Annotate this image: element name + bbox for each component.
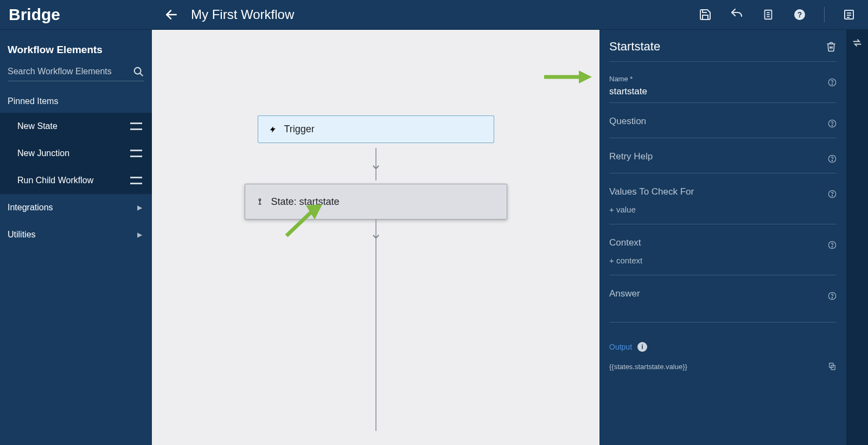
svg-point-22: [832, 84, 832, 85]
sidebar: Workflow Elements Pinned Items New State…: [0, 30, 152, 445]
help-circle-icon: [828, 119, 837, 128]
search-icon: [132, 66, 144, 78]
undo-icon: [730, 8, 743, 21]
add-value-button[interactable]: + value: [609, 203, 636, 218]
logo-cell: Bridge: [0, 0, 152, 29]
field-label: Context: [609, 237, 837, 248]
arrow-left-icon: [164, 8, 178, 22]
field-label: Question: [609, 116, 837, 127]
state-label: State: startstate: [271, 196, 340, 208]
state-node[interactable]: State: startstate: [245, 184, 507, 220]
field-values: Values To Check For + value: [609, 186, 837, 224]
workflow-title: My First Workflow: [191, 7, 294, 22]
pinned-label: New Junction: [17, 149, 69, 158]
clipboard-icon: [762, 8, 774, 21]
pinned-item-new-state[interactable]: New State: [0, 113, 152, 140]
caret-right-icon: ▶: [137, 204, 142, 211]
copy-button[interactable]: [828, 362, 837, 371]
output-label: Output: [609, 343, 632, 351]
bolt-icon: [269, 125, 277, 134]
trigger-label: Trigger: [284, 124, 315, 135]
pinned-item-run-child-workflow[interactable]: Run Child Workflow: [0, 167, 152, 194]
svg-point-13: [259, 199, 261, 201]
field-help-button[interactable]: [828, 241, 837, 249]
drag-handle-icon[interactable]: [130, 122, 142, 130]
nav-item-integrations[interactable]: Integrations ▶: [0, 194, 152, 221]
trash-icon: [826, 41, 837, 53]
details-panel: Startstate Name * Question Retry Help: [599, 30, 846, 445]
svg-point-32: [832, 298, 832, 298]
help-circle-icon: [828, 292, 837, 300]
search-input[interactable]: [8, 67, 128, 76]
output-expression-row: {{states.startstate.value}}: [609, 362, 837, 371]
nav-item-utilities[interactable]: Utilities ▶: [0, 221, 152, 248]
help-icon: ?: [793, 8, 806, 21]
nav-label: Integrations: [8, 203, 53, 212]
field-answer[interactable]: Answer: [609, 288, 837, 323]
field-help-button[interactable]: [828, 292, 837, 300]
help-circle-icon: [828, 241, 837, 249]
back-button[interactable]: [162, 5, 181, 24]
pinned-heading: Pinned Items: [0, 91, 152, 113]
save-icon: [699, 8, 712, 21]
help-button[interactable]: ?: [793, 8, 807, 22]
swap-icon: [852, 37, 863, 48]
svg-point-28: [832, 196, 832, 196]
save-button[interactable]: [698, 8, 712, 22]
field-context: Context + context: [609, 237, 837, 275]
search-box[interactable]: [8, 66, 144, 81]
annotation-arrow: [543, 69, 592, 85]
help-circle-icon: [828, 154, 837, 163]
svg-marker-17: [579, 70, 592, 83]
copy-icon: [828, 362, 837, 371]
delete-button[interactable]: [826, 41, 837, 53]
output-info-button[interactable]: i: [637, 342, 647, 352]
output-expression: {{states.startstate.value}}: [609, 363, 687, 371]
svg-point-24: [832, 125, 832, 126]
log-button[interactable]: [761, 8, 775, 22]
caret-right-icon: ▶: [137, 231, 142, 238]
field-help-button[interactable]: [828, 78, 837, 87]
arrow-down-icon: [371, 231, 381, 241]
undo-button[interactable]: [730, 8, 744, 22]
topbar: Bridge My First Workflow ?: [0, 0, 868, 30]
swap-button[interactable]: [852, 37, 863, 48]
svg-point-26: [832, 160, 832, 161]
field-label: Answer: [609, 288, 837, 299]
field-label: Retry Help: [609, 151, 837, 162]
trigger-node[interactable]: Trigger: [258, 115, 494, 143]
connector: [375, 220, 376, 431]
field-question[interactable]: Question: [609, 116, 837, 138]
field-help-button[interactable]: [828, 190, 837, 198]
output-row: Output i: [609, 342, 837, 352]
field-help-button[interactable]: [828, 119, 837, 128]
field-name: Name *: [609, 75, 837, 103]
toolbar-right: ?: [698, 7, 868, 22]
right-strip: [846, 30, 868, 445]
arrow-down-icon: [371, 162, 381, 172]
pinned-item-new-junction[interactable]: New Junction: [0, 140, 152, 167]
svg-point-11: [135, 68, 141, 74]
drag-handle-icon[interactable]: [130, 150, 142, 157]
help-circle-icon: [828, 78, 837, 87]
help-circle-icon: [828, 190, 837, 198]
sidebar-heading: Workflow Elements: [0, 34, 152, 66]
drag-handle-icon[interactable]: [130, 177, 142, 184]
field-help-button[interactable]: [828, 154, 837, 163]
title-cell: My First Workflow: [152, 5, 698, 24]
panel-header: Startstate: [609, 40, 837, 62]
note-icon: [843, 8, 856, 21]
svg-line-12: [140, 73, 143, 76]
workflow-canvas[interactable]: Trigger State: startstate: [152, 30, 599, 445]
name-input[interactable]: [609, 86, 820, 97]
add-context-button[interactable]: + context: [609, 254, 642, 269]
field-retry-help[interactable]: Retry Help: [609, 151, 837, 173]
pinned-label: New State: [17, 121, 58, 131]
nav-label: Utilities: [8, 230, 36, 240]
notes-button[interactable]: [842, 8, 856, 22]
svg-text:?: ?: [797, 10, 802, 19]
toolbar-divider: [824, 7, 825, 22]
pinned-label: Run Child Workflow: [17, 176, 93, 185]
field-label: Name *: [609, 75, 837, 83]
state-icon: [256, 196, 264, 207]
